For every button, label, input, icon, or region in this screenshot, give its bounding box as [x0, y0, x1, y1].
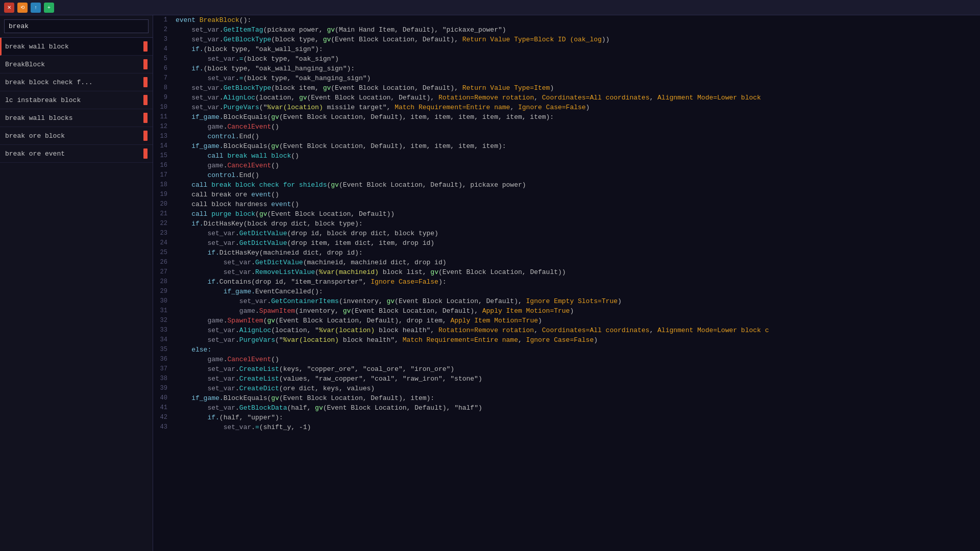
line-number: 42 — [153, 413, 174, 422]
add-button[interactable]: + — [44, 3, 54, 13]
line-content: if.(block type, "oak_wall_hanging_sign")… — [174, 64, 355, 73]
table-row: 4 if.(block type, "oak_wall_sign"): — [153, 44, 980, 54]
table-row: 17 control.End() — [153, 170, 980, 180]
line-number: 13 — [153, 132, 174, 141]
line-number: 4 — [153, 44, 174, 54]
line-number: 29 — [153, 287, 174, 296]
table-row: 11 if_game.BlockEquals(gv(Event Block Lo… — [153, 112, 980, 122]
sidebar-item-break-wall-block[interactable]: break wall block — [0, 38, 153, 56]
refresh-button[interactable]: ⟲ — [17, 3, 28, 13]
sidebar-item-break-ore-block[interactable]: break ore block — [0, 127, 153, 145]
table-row: 32 game.SpawnItem(gv(Event Block Locatio… — [153, 316, 980, 325]
sidebar-item-label: lc instabreak block — [5, 96, 81, 104]
sidebar-item-indicator — [143, 41, 148, 52]
sidebar-item-label: break ore event — [5, 150, 65, 158]
line-content: game.CancelEvent() — [174, 122, 279, 132]
line-content: set_var.CreateList(keys, "copper_ore", "… — [174, 364, 454, 374]
line-content: set_var.CreateDict(ore dict, keys, value… — [174, 384, 375, 393]
line-number: 30 — [153, 296, 174, 306]
line-number: 19 — [153, 190, 174, 199]
line-content: if_game.BlockEquals(gv(Event Block Locat… — [174, 393, 434, 403]
table-row: 24 set_var.GetDictValue(drop item, item … — [153, 238, 980, 248]
line-number: 17 — [153, 170, 174, 180]
line-number: 26 — [153, 258, 174, 267]
line-number: 14 — [153, 141, 174, 151]
line-content: set_var.GetBlockData(half, gv(Event Bloc… — [174, 403, 482, 413]
table-row: 23 set_var.GetDictValue(drop id, block d… — [153, 229, 980, 238]
table-row: 42 if.(half, "upper"): — [153, 413, 980, 422]
table-row: 12 game.CancelEvent() — [153, 122, 980, 132]
titlebar: ✕ ⟲ ↑ + — [0, 0, 980, 15]
code-area[interactable]: 1event BreakBlock():2 set_var.GetItemTag… — [153, 15, 980, 551]
line-content: set_var.=(shift_y, -1) — [174, 422, 311, 432]
line-content: if.DictHasKey(machineid dict, drop id): — [174, 248, 363, 258]
table-row: 15 call break wall block() — [153, 151, 980, 161]
line-content: call break wall block() — [174, 151, 299, 161]
line-number: 21 — [153, 209, 174, 219]
line-number: 1 — [153, 15, 174, 25]
table-row: 16 game.CancelEvent() — [153, 161, 980, 170]
table-row: 30 set_var.GetContainerItems(inventory, … — [153, 296, 980, 306]
line-number: 5 — [153, 54, 174, 64]
line-number: 12 — [153, 122, 174, 132]
line-content: set_var.PurgeVars("%var(location) missil… — [174, 103, 590, 112]
sidebar-item-label: break wall blocks — [5, 114, 73, 122]
sidebar-item-break-ore-event[interactable]: break ore event — [0, 145, 153, 163]
line-number: 10 — [153, 103, 174, 112]
table-row: 19 call break ore event() — [153, 190, 980, 199]
table-row: 34 set_var.PurgeVars("%var(location) blo… — [153, 335, 980, 345]
sidebar-item-break-block-check-f[interactable]: break block check f... — [0, 73, 153, 91]
table-row: 39 set_var.CreateDict(ore dict, keys, va… — [153, 384, 980, 393]
line-number: 38 — [153, 374, 174, 384]
line-content: set_var.GetBlockType(block item, gv(Even… — [174, 83, 554, 93]
line-number: 3 — [153, 35, 174, 44]
table-row: 22 if.DictHasKey(block drop dict, block … — [153, 219, 980, 229]
table-row: 7 set_var.=(block type, "oak_hanging_sig… — [153, 73, 980, 83]
line-content: game.CancelEvent() — [174, 161, 279, 170]
line-number: 27 — [153, 267, 174, 277]
line-content: set_var.AlignLoc(location, gv(Event Bloc… — [174, 93, 761, 103]
table-row: 26 set_var.GetDictValue(machineid, machi… — [153, 258, 980, 267]
line-number: 22 — [153, 219, 174, 229]
line-number: 32 — [153, 316, 174, 325]
line-number: 11 — [153, 112, 174, 122]
table-row: 25 if.DictHasKey(machineid dict, drop id… — [153, 248, 980, 258]
line-number: 8 — [153, 83, 174, 93]
sidebar-item-lc-instabreak-block[interactable]: lc instabreak block — [0, 91, 153, 109]
line-number: 41 — [153, 403, 174, 413]
line-content: set_var.GetItemTag(pickaxe power, gv(Mai… — [174, 25, 506, 35]
line-content: set_var.GetDictValue(machineid, machinei… — [174, 258, 447, 267]
line-number: 37 — [153, 364, 174, 374]
line-number: 15 — [153, 151, 174, 161]
table-row: 41 set_var.GetBlockData(half, gv(Event B… — [153, 403, 980, 413]
table-row: 29 if_game.EventCancelled(): — [153, 287, 980, 296]
line-number: 39 — [153, 384, 174, 393]
line-content: if.Contains(drop id, "item_transporter",… — [174, 277, 447, 287]
line-content: control.End() — [174, 170, 259, 180]
line-content: set_var.GetContainerItems(inventory, gv(… — [174, 296, 622, 306]
sidebar-item-break-block[interactable]: BreakBlock — [0, 56, 153, 73]
table-row: 1event BreakBlock(): — [153, 15, 980, 25]
sidebar-item-indicator — [143, 113, 148, 123]
line-number: 18 — [153, 180, 174, 190]
search-box — [0, 15, 153, 38]
line-content: if_game.EventCancelled(): — [174, 287, 323, 296]
sidebar-item-break-wall-blocks[interactable]: break wall blocks — [0, 109, 153, 127]
sidebar-item-indicator — [143, 131, 148, 141]
search-input[interactable] — [4, 19, 149, 33]
line-content: if.DictHasKey(block drop dict, block typ… — [174, 219, 363, 229]
sidebar-item-label: BreakBlock — [5, 61, 45, 68]
line-number: 20 — [153, 199, 174, 209]
line-number: 9 — [153, 93, 174, 103]
sidebar-item-label: break ore block — [5, 132, 65, 140]
table-row: 5 set_var.=(block type, "oak_sign") — [153, 54, 980, 64]
table-row: 3 set_var.GetBlockType(block type, gv(Ev… — [153, 35, 980, 44]
line-number: 25 — [153, 248, 174, 258]
table-row: 27 set_var.RemoveListValue(%var(machinei… — [153, 267, 980, 277]
close-button[interactable]: ✕ — [4, 3, 14, 13]
table-row: 14 if_game.BlockEquals(gv(Event Block Lo… — [153, 141, 980, 151]
up-button[interactable]: ↑ — [31, 3, 41, 13]
table-row: 21 call purge block(gv(Event Block Locat… — [153, 209, 980, 219]
line-content: set_var.AlignLoc(location, "%var(locatio… — [174, 325, 769, 335]
table-row: 33 set_var.AlignLoc(location, "%var(loca… — [153, 325, 980, 335]
